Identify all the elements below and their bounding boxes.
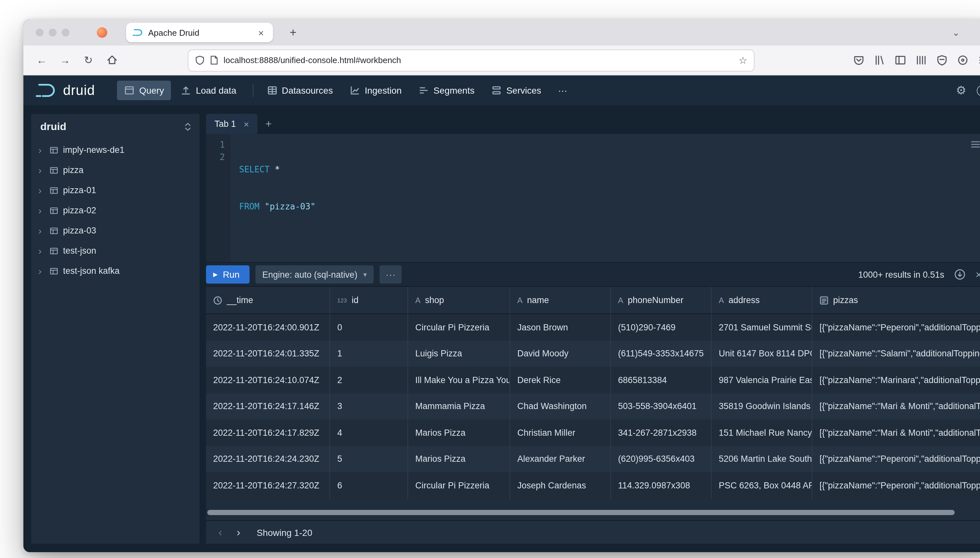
- close-window-button[interactable]: [36, 29, 44, 36]
- chevron-right-icon[interactable]: ›: [38, 205, 45, 215]
- library-icon[interactable]: [874, 55, 885, 66]
- home-button[interactable]: [101, 50, 122, 71]
- cell[interactable]: [{"pizzaName":"Marinara","additionalTopp: [812, 367, 980, 393]
- cell[interactable]: Derek Rice: [510, 367, 611, 393]
- browser-tab-apache-druid[interactable]: Apache Druid ×: [126, 23, 273, 42]
- cell[interactable]: 2022-11-20T16:24:17.146Z: [206, 393, 330, 420]
- cell[interactable]: 2022-11-20T16:24:10.074Z: [206, 367, 330, 393]
- cell[interactable]: Jason Brown: [510, 314, 611, 340]
- cell[interactable]: Mammamia Pizza: [408, 393, 510, 420]
- cell[interactable]: PSC 6263, Box 0448 APO: [712, 472, 812, 499]
- cell[interactable]: 151 Michael Rue Nancy: [712, 420, 812, 446]
- cell[interactable]: [{"pizzaName":"Salami","additionalToppin…: [812, 340, 980, 367]
- cell[interactable]: [{"pizzaName":"Peperoni","additionalTopp: [812, 446, 980, 472]
- list-all-tabs-button[interactable]: ⌄: [947, 25, 964, 42]
- cell[interactable]: David Moody: [510, 340, 611, 367]
- cell[interactable]: [{"pizzaName":"Mari & Monti","additional…: [812, 393, 980, 420]
- cell[interactable]: Luigis Pizza: [408, 340, 510, 367]
- cell[interactable]: 2: [330, 367, 408, 393]
- sidebar-item-pizza-01[interactable]: › pizza-01: [31, 180, 200, 200]
- nav-services[interactable]: Services: [484, 80, 548, 100]
- sort-icon[interactable]: [184, 122, 192, 131]
- forward-button[interactable]: →: [55, 50, 75, 71]
- column-header-address[interactable]: A address: [712, 287, 812, 313]
- cell[interactable]: (510)290-7469: [611, 314, 712, 340]
- sql-editor[interactable]: 1 2 SELECT * FROM "pizza-03": [206, 134, 980, 262]
- cell[interactable]: Ill Make You a Pizza You: [408, 367, 510, 393]
- cell[interactable]: Circular Pi Pizzeria: [408, 314, 510, 340]
- run-button[interactable]: ▶ Run: [206, 265, 249, 284]
- chevron-right-icon[interactable]: ›: [38, 226, 45, 235]
- query-more-button[interactable]: ···: [380, 265, 402, 284]
- cell[interactable]: Unit 6147 Box 8114 DPO: [712, 340, 812, 367]
- close-icon[interactable]: ×: [244, 119, 249, 128]
- extensions-grid-icon[interactable]: [916, 55, 927, 66]
- pocket-icon[interactable]: [853, 55, 864, 66]
- column-header-shop[interactable]: A shop: [408, 287, 510, 313]
- chevron-right-icon[interactable]: ›: [38, 165, 45, 175]
- cell[interactable]: [{"pizzaName":"Peperoni","additionalTopp: [812, 472, 980, 499]
- column-header-id[interactable]: 123 id: [330, 287, 408, 313]
- reload-button[interactable]: ↻: [78, 50, 99, 71]
- chevron-right-icon[interactable]: ›: [38, 266, 45, 276]
- column-header-pizzas[interactable]: pizzas: [812, 287, 980, 313]
- cell[interactable]: 2022-11-20T16:24:17.829Z: [206, 420, 330, 446]
- editor-menu-icon[interactable]: [970, 140, 980, 149]
- cell[interactable]: [{"pizzaName":"Mari & Monti","additional…: [812, 420, 980, 446]
- cell[interactable]: 5206 Martin Lake South: [712, 446, 812, 472]
- cell[interactable]: Marios Pizza: [408, 420, 510, 446]
- nav-query[interactable]: Query: [117, 80, 171, 100]
- cell[interactable]: (611)549-3353x14675: [611, 340, 712, 367]
- help-icon[interactable]: ?: [977, 85, 980, 96]
- cell[interactable]: 987 Valencia Prairie Eas: [712, 367, 812, 393]
- sidebar-item-pizza-03[interactable]: › pizza-03: [31, 220, 200, 241]
- sidebar-item-test-json[interactable]: › test-json: [31, 241, 200, 261]
- nav-datasources[interactable]: Datasources: [260, 80, 340, 100]
- firefox-profile-avatar[interactable]: [97, 27, 107, 38]
- add-tab-button[interactable]: +: [257, 114, 280, 134]
- sidebar-item-test-json-kafka[interactable]: › test-json kafka: [31, 261, 200, 281]
- new-tab-button[interactable]: +: [285, 25, 301, 42]
- privacy-extension-icon[interactable]: [957, 55, 968, 66]
- workbench-tab-1[interactable]: Tab 1 ×: [206, 114, 257, 134]
- chevron-right-icon[interactable]: ›: [38, 145, 45, 155]
- cell[interactable]: 4: [330, 420, 408, 446]
- chevron-right-icon[interactable]: ›: [38, 246, 45, 256]
- download-icon[interactable]: [954, 269, 966, 280]
- cell[interactable]: 2022-11-20T16:24:27.320Z: [206, 472, 330, 499]
- cell[interactable]: Chad Washington: [510, 393, 611, 420]
- cell[interactable]: Marios Pizza: [408, 446, 510, 472]
- previous-page-button[interactable]: ‹: [211, 523, 229, 542]
- cell[interactable]: 0: [330, 314, 408, 340]
- nav-segments[interactable]: Segments: [411, 80, 481, 100]
- cell[interactable]: 35819 Goodwin Islands: [712, 393, 812, 420]
- cell[interactable]: Christian Miller: [510, 420, 611, 446]
- maximize-window-button[interactable]: [62, 29, 70, 36]
- cell[interactable]: 6865813384: [611, 367, 712, 393]
- cell[interactable]: 503-558-3904x6401: [611, 393, 712, 420]
- horizontal-scrollbar[interactable]: [207, 510, 955, 515]
- cell[interactable]: 114.329.0987x308: [611, 472, 712, 499]
- cell[interactable]: 2701 Samuel Summit Su: [712, 314, 812, 340]
- nav-load-data[interactable]: Load data: [174, 80, 244, 100]
- next-page-button[interactable]: ›: [229, 523, 248, 542]
- column-header-name[interactable]: A name: [510, 287, 611, 313]
- sidebar-item-imply-news-de1[interactable]: › imply-news-de1: [31, 140, 200, 160]
- close-results-icon[interactable]: ×: [975, 269, 980, 280]
- cell[interactable]: 2022-11-20T16:24:01.335Z: [206, 340, 330, 367]
- nav-ingestion[interactable]: Ingestion: [342, 80, 409, 100]
- sidebar-item-pizza-02[interactable]: › pizza-02: [31, 200, 200, 220]
- cell[interactable]: 5: [330, 446, 408, 472]
- cell[interactable]: 341-267-2871x2938: [611, 420, 712, 446]
- cell[interactable]: [{"pizzaName":"Peperoni","additionalTopp: [812, 314, 980, 340]
- cell[interactable]: 2022-11-20T16:24:00.901Z: [206, 314, 330, 340]
- cell[interactable]: Circular Pi Pizzeria: [408, 472, 510, 499]
- cell[interactable]: (620)995-6356x403: [611, 446, 712, 472]
- druid-brand[interactable]: druid: [35, 83, 95, 98]
- bookmark-star-icon[interactable]: ☆: [739, 54, 747, 66]
- chevron-right-icon[interactable]: ›: [38, 185, 45, 195]
- sidebar-item-pizza[interactable]: › pizza: [31, 160, 200, 180]
- settings-gear-icon[interactable]: ⚙: [956, 85, 966, 96]
- sidebar-toggle-icon[interactable]: [895, 55, 906, 66]
- cell[interactable]: Joseph Cardenas: [510, 472, 611, 499]
